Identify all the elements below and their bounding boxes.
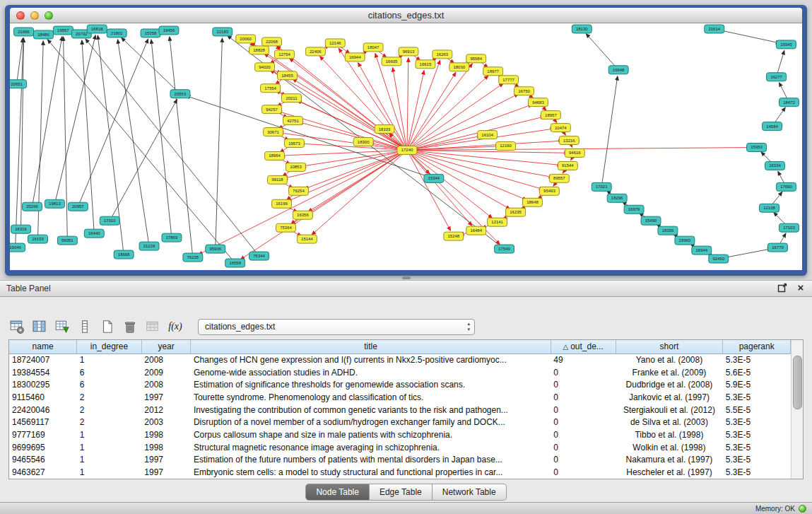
graph-node[interactable]: 94257 xyxy=(262,105,282,114)
column-header-title[interactable]: title xyxy=(191,340,551,354)
table-row[interactable]: 946554611997Estimation of the future num… xyxy=(9,454,791,467)
table-row[interactable]: 946362711997Embryonic stem cells: a mode… xyxy=(9,466,791,479)
graph-node[interactable]: 18828 xyxy=(249,46,269,54)
new-file-icon[interactable] xyxy=(98,317,117,337)
graph-node[interactable]: 21614 xyxy=(705,25,724,33)
graph-node[interactable]: 19456 xyxy=(159,26,179,35)
column-selector-icon[interactable] xyxy=(30,317,49,337)
graph-node[interactable]: 17103 xyxy=(779,223,799,232)
graph-node[interactable]: 16199 xyxy=(272,199,292,208)
table-row[interactable]: 1872400712008Changes of HCN gene express… xyxy=(9,354,791,366)
table-row[interactable]: 969969511998Structural magnetic resonanc… xyxy=(9,441,791,454)
graph-node[interactable]: 17690 xyxy=(776,182,796,191)
graph-node[interactable]: 25266 xyxy=(23,202,42,211)
graph-node[interactable]: 15490 xyxy=(641,216,661,225)
graph-node[interactable]: 92450 xyxy=(709,255,729,263)
network-view-canvas[interactable]: 2106618486195672073216818218021535819456… xyxy=(10,23,802,270)
table-row[interactable]: 1938455462009Genome-wide association stu… xyxy=(9,366,791,379)
tab-node-table[interactable]: Node Table xyxy=(305,484,370,501)
graph-node[interactable]: 16440 xyxy=(84,229,104,238)
graph-node[interactable]: 17549 xyxy=(495,245,514,253)
graph-node[interactable]: 10474 xyxy=(551,124,570,132)
table-row[interactable]: 977716911998Corpus callosum shape and si… xyxy=(9,428,791,441)
minimize-window-button[interactable] xyxy=(30,11,39,20)
graph-node[interactable]: 17010 xyxy=(100,216,119,225)
scrollbar-thumb[interactable] xyxy=(793,356,802,409)
table-row[interactable]: 1830029562008Estimation of significance … xyxy=(9,378,791,391)
graph-node[interactable]: 16104 xyxy=(478,131,498,139)
graph-node[interactable]: 15248 xyxy=(444,232,464,240)
graph-node[interactable]: 18130 xyxy=(572,25,592,33)
graph-node[interactable]: 95493 xyxy=(539,187,559,195)
graph-node[interactable]: 18455 xyxy=(278,71,298,80)
graph-node[interactable]: 21229 xyxy=(139,242,159,250)
edit-table-icon[interactable] xyxy=(52,317,72,337)
graph-node[interactable]: 12160 xyxy=(496,142,516,151)
graph-node[interactable]: 16235 xyxy=(506,208,526,216)
memory-status-orb[interactable] xyxy=(799,505,806,513)
graph-node[interactable]: 19345 xyxy=(776,40,796,49)
graph-node[interactable]: 20211 xyxy=(282,94,302,103)
graph-node[interactable]: 76344 xyxy=(249,252,269,260)
graph-node[interactable]: 17240 xyxy=(397,146,417,155)
close-panel-icon[interactable]: × xyxy=(795,282,806,293)
graph-node[interactable]: 15953 xyxy=(747,144,767,152)
graph-node[interactable]: 18047 xyxy=(363,43,383,52)
graph-node[interactable]: 16944 xyxy=(345,53,365,62)
graph-node[interactable]: 22183 xyxy=(213,28,233,36)
graph-node[interactable]: 18356 xyxy=(658,226,678,235)
tab-network-table[interactable]: Network Table xyxy=(433,484,507,501)
table-settings-icon[interactable] xyxy=(7,317,27,337)
graph-node[interactable]: 18296 xyxy=(607,194,627,202)
tab-edge-table[interactable]: Edge Table xyxy=(370,484,433,501)
graph-node[interactable]: 20651 xyxy=(10,80,27,88)
table-row[interactable]: 2242004622012Investigating the contribut… xyxy=(9,404,791,416)
graph-node[interactable]: 18103 xyxy=(375,125,394,134)
function-builder-icon[interactable]: f(x) xyxy=(165,317,185,337)
column-header-out-de-[interactable]: △out_de... xyxy=(551,340,616,354)
graph-node[interactable]: 12108 xyxy=(760,204,779,212)
column-header-short[interactable]: short xyxy=(616,340,723,354)
graph-node[interactable]: 12754 xyxy=(275,50,295,59)
graph-node[interactable]: 16558 xyxy=(225,259,245,267)
graph-node[interactable]: 16277 xyxy=(767,73,787,81)
column-header-in-degree[interactable]: in_degree xyxy=(77,340,142,354)
graph-node[interactable]: 20060 xyxy=(236,35,256,43)
network-window-titlebar[interactable]: citations_edges.txt xyxy=(10,8,802,23)
graph-node[interactable]: 75364 xyxy=(276,223,296,232)
graph-node[interactable]: 76235 xyxy=(183,253,203,262)
graph-node[interactable]: 18030 xyxy=(449,63,469,71)
graph-node[interactable]: 16356 xyxy=(293,211,312,219)
graph-node[interactable]: 17777 xyxy=(499,76,519,84)
delete-trash-icon[interactable] xyxy=(120,317,140,337)
zoom-window-button[interactable] xyxy=(45,11,53,20)
graph-node[interactable]: 94616 xyxy=(565,148,584,157)
graph-node[interactable]: 21802 xyxy=(107,29,126,37)
graph-node[interactable]: 15144 xyxy=(297,235,317,243)
graph-node[interactable]: 17869 xyxy=(162,233,182,242)
graph-node[interactable]: 18648 xyxy=(523,198,543,206)
import-table-icon[interactable] xyxy=(143,317,163,337)
graph-node[interactable]: 18957 xyxy=(541,111,560,119)
graph-node[interactable]: 18486 xyxy=(34,30,54,39)
graph-node[interactable]: 95906 xyxy=(206,245,225,253)
graph-node[interactable]: 99118 xyxy=(268,175,288,184)
graph-node[interactable]: 19813 xyxy=(45,199,64,208)
graph-node[interactable]: 20553 xyxy=(170,90,190,98)
graph-node[interactable]: 18977 xyxy=(483,67,503,76)
graph-node[interactable]: 16484 xyxy=(466,226,486,235)
graph-node[interactable]: 76254 xyxy=(288,187,308,195)
table-selector-combobox[interactable]: citations_edges.txt ▴▾ xyxy=(198,319,475,335)
graph-node[interactable]: 19960 xyxy=(675,236,695,245)
graph-node[interactable]: 14584 xyxy=(763,122,782,131)
graph-node[interactable]: 15344 xyxy=(424,174,444,182)
row-height-icon[interactable] xyxy=(75,317,95,337)
graph-node[interactable]: 59051 xyxy=(57,236,77,245)
network-graph[interactable]: 2106618486195672073216818218021535819456… xyxy=(10,23,802,270)
graph-node[interactable]: 16605 xyxy=(382,57,401,66)
graph-node[interactable]: 16944 xyxy=(692,246,712,255)
graph-node[interactable]: 18668 xyxy=(114,250,134,259)
graph-node[interactable]: 18472 xyxy=(779,98,799,107)
graph-node[interactable]: 16615 xyxy=(416,60,435,69)
graph-node[interactable]: 18300 xyxy=(353,138,373,146)
